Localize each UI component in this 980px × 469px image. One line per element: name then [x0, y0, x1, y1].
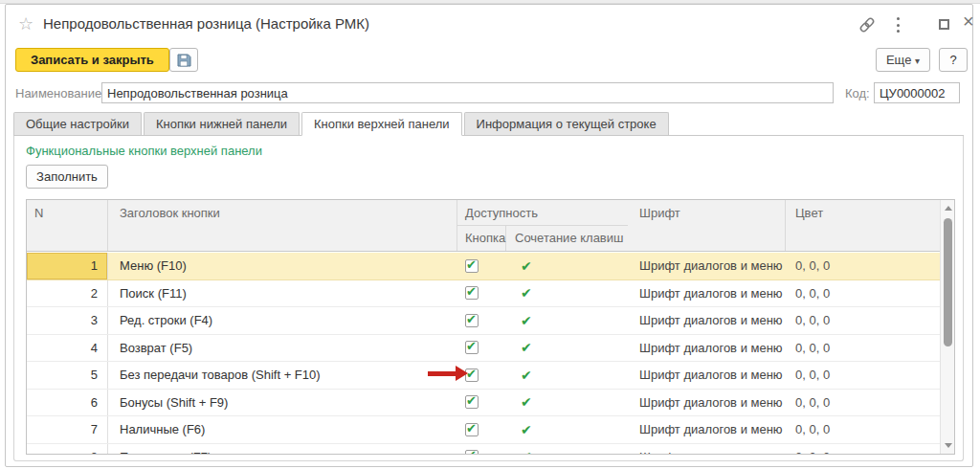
- check-icon: ✔: [466, 448, 477, 454]
- name-field-label: Наименование:: [15, 86, 105, 100]
- button-caption: Наличные (F6): [108, 422, 457, 436]
- row-number: 7: [27, 416, 108, 443]
- row-number: 6: [27, 390, 108, 416]
- table-row-6[interactable]: 6Бонусы (Shift + F9)✔✔Шрифт диалогов и м…: [27, 390, 940, 417]
- window-menu-icon[interactable]: [897, 17, 901, 33]
- table-row-4[interactable]: 4Возврат (F5)✔✔Шрифт диалогов и меню0, 0…: [27, 335, 940, 363]
- button-enabled-cell: ✔: [457, 314, 506, 327]
- table-row-1[interactable]: 1Меню (F10)✔✔Шрифт диалогов и меню0, 0, …: [27, 253, 940, 280]
- tab-0[interactable]: Общие настройки: [13, 112, 142, 135]
- row-number: 2: [27, 280, 108, 307]
- scroll-down-icon[interactable]: [945, 443, 952, 448]
- tab-1[interactable]: Кнопки нижней панели: [144, 112, 300, 135]
- column-group-availability: Доступность Кнопка Сочетание клавиш: [457, 200, 628, 251]
- save-button[interactable]: [169, 48, 198, 72]
- color-value: 0, 0, 0: [786, 422, 940, 436]
- shortcut-enabled-cell[interactable]: ✔: [506, 313, 628, 328]
- column-header-button[interactable]: Кнопка: [457, 226, 506, 251]
- maximize-icon[interactable]: [939, 19, 949, 30]
- more-button[interactable]: Еще ▾: [876, 48, 930, 72]
- color-value: 0, 0, 0: [786, 450, 940, 454]
- button-enabled-checkbox[interactable]: ✔: [465, 314, 479, 327]
- button-enabled-checkbox[interactable]: ✔: [465, 259, 479, 273]
- table-row-8[interactable]: 8Плат. карта (F7)✔✔Шрифт диалогов и меню…: [27, 444, 940, 455]
- row-number: 8: [27, 444, 108, 455]
- table-row-5[interactable]: 5Без передачи товаров (Shift + F10)✔✔Шри…: [27, 362, 940, 390]
- button-enabled-cell: ✔: [457, 368, 506, 382]
- shortcut-enabled-cell[interactable]: ✔: [506, 394, 628, 410]
- button-enabled-cell: ✔: [457, 341, 506, 354]
- code-field-label: Код:: [845, 86, 870, 100]
- check-icon: ✔: [521, 340, 532, 355]
- row-number: 3: [27, 307, 108, 334]
- scrollbar-thumb[interactable]: [944, 218, 952, 346]
- shortcut-enabled-cell[interactable]: ✔: [506, 449, 628, 454]
- caret-down-icon: ▾: [915, 56, 920, 66]
- check-icon: ✔: [521, 313, 532, 328]
- tab-3[interactable]: Информация о текущей строке: [464, 112, 669, 135]
- close-icon[interactable]: ×: [963, 11, 974, 33]
- column-header-caption[interactable]: Заголовок кнопки: [108, 200, 457, 251]
- button-enabled-checkbox[interactable]: ✔: [465, 450, 479, 454]
- row-number: 5: [27, 362, 108, 389]
- font-value: Шрифт диалогов и меню: [628, 258, 786, 273]
- font-value: Шрифт диалогов и меню: [628, 395, 786, 410]
- column-header-shortcut[interactable]: Сочетание клавиш: [506, 226, 628, 251]
- font-value: Шрифт диалогов и меню: [628, 422, 786, 436]
- fill-button[interactable]: Заполнить: [26, 165, 108, 189]
- check-icon: ✔: [466, 284, 477, 299]
- button-enabled-cell: ✔: [457, 395, 506, 409]
- column-header-color[interactable]: Цвет: [786, 200, 940, 251]
- buttons-table: N Заголовок кнопки Доступность Кнопка Со…: [26, 199, 955, 455]
- column-header-availability[interactable]: Доступность: [457, 200, 628, 226]
- table-row-2[interactable]: 2Поиск (F11)✔✔Шрифт диалогов и меню0, 0,…: [27, 280, 940, 308]
- shortcut-enabled-cell[interactable]: ✔: [506, 422, 628, 437]
- check-icon: ✔: [521, 449, 532, 454]
- shortcut-enabled-cell[interactable]: ✔: [506, 368, 628, 383]
- code-input[interactable]: [874, 82, 960, 103]
- font-value: Шрифт диалогов и меню: [628, 286, 786, 301]
- button-enabled-cell: ✔: [457, 259, 506, 273]
- tab-2[interactable]: Кнопки верхней панели: [301, 112, 462, 136]
- button-caption: Возврат (F5): [108, 341, 457, 355]
- floppy-disk-icon: [176, 53, 191, 68]
- table-row-7[interactable]: 7Наличные (F6)✔✔Шрифт диалогов и меню0, …: [27, 416, 940, 444]
- button-enabled-checkbox[interactable]: ✔: [465, 423, 479, 436]
- check-icon: ✔: [521, 285, 532, 301]
- shortcut-enabled-cell[interactable]: ✔: [506, 285, 628, 301]
- table-body: 1Меню (F10)✔✔Шрифт диалогов и меню0, 0, …: [27, 253, 940, 454]
- button-enabled-checkbox[interactable]: ✔: [465, 368, 479, 382]
- table-row-3[interactable]: 3Ред. строки (F4)✔✔Шрифт диалогов и меню…: [27, 307, 940, 335]
- font-value: Шрифт диалогов и меню: [628, 341, 786, 355]
- color-value: 0, 0, 0: [786, 258, 940, 273]
- button-enabled-checkbox[interactable]: ✔: [465, 395, 479, 409]
- button-caption: Ред. строки (F4): [108, 313, 457, 327]
- scroll-up-icon[interactable]: [945, 206, 952, 211]
- vertical-scrollbar[interactable]: [940, 200, 954, 454]
- check-icon: ✔: [466, 421, 477, 436]
- button-enabled-cell: ✔: [457, 450, 506, 454]
- favorite-star-icon[interactable]: ☆: [18, 13, 33, 34]
- get-link-icon[interactable]: [858, 16, 876, 34]
- button-caption: Бонусы (Shift + F9): [108, 395, 457, 410]
- column-header-font[interactable]: Шрифт: [628, 200, 786, 251]
- color-value: 0, 0, 0: [786, 341, 940, 355]
- button-enabled-checkbox[interactable]: ✔: [465, 286, 479, 300]
- column-header-num[interactable]: N: [27, 200, 108, 251]
- button-enabled-cell: ✔: [457, 286, 506, 300]
- check-icon: ✔: [466, 312, 477, 326]
- color-value: 0, 0, 0: [786, 368, 940, 382]
- shortcut-enabled-cell[interactable]: ✔: [506, 258, 628, 274]
- color-value: 0, 0, 0: [786, 395, 940, 410]
- row-number: 1: [27, 253, 108, 279]
- help-button[interactable]: ?: [939, 48, 968, 72]
- tab-page-panel: Функциональные кнопки верхней панели Зап…: [13, 136, 964, 461]
- check-icon: ✔: [521, 422, 532, 437]
- tab-bar: Общие настройкиКнопки нижней панелиКнопк…: [13, 112, 964, 136]
- shortcut-enabled-cell[interactable]: ✔: [506, 340, 628, 355]
- button-enabled-checkbox[interactable]: ✔: [465, 341, 479, 354]
- name-input[interactable]: [101, 82, 834, 103]
- check-icon: ✔: [521, 258, 532, 274]
- font-value: Шрифт диалогов и меню: [628, 450, 786, 454]
- save-and-close-button[interactable]: Записать и закрыть: [15, 48, 169, 72]
